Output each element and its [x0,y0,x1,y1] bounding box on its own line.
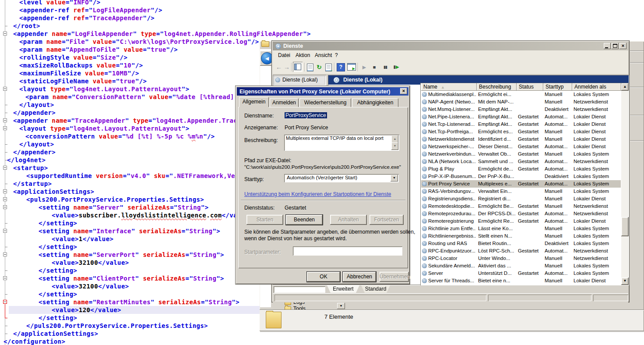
service-row[interactable]: Richtlinie zum Entfe...Lässt eine Ko...M… [421,225,621,232]
cell-starttyp: Manuell [545,203,571,210]
scrollbar-down-icon[interactable]: ▼ [621,277,629,285]
service-row[interactable]: Netzwerkverbindun...Verwaltet Ob...Gesta… [421,150,621,158]
tab-allgemein[interactable]: Allgemein [239,97,269,107]
fold-collapse-icon[interactable] [3,166,7,170]
scrollbar-thumb[interactable] [621,217,629,236]
service-gear-icon [422,137,427,142]
services-title-bar[interactable]: Dienste × [273,42,628,50]
fold-collapse-icon[interactable] [3,118,7,122]
cell-beschreibung: Ermöglicht ei... [478,91,515,98]
export-list-icon[interactable]: → [325,64,332,71]
service-row[interactable]: Net.Msmq-Listener...Empfängt Akt...Deakt… [421,106,621,113]
dialog-title-bar[interactable]: Eigenschaften von Port Proxy Service (Lo… [237,87,408,96]
fold-collapse-icon[interactable] [3,276,7,280]
service-row[interactable]: NAP-Agent (Netwo...Mit dem NAP-...Manuel… [421,98,621,106]
restart-service-icon[interactable]: ▮▶ [392,63,401,71]
service-row[interactable]: Sekundäre Anmeld...Aktiviert das ...Manu… [421,262,621,270]
cell-anmelden-als: Lokales System [574,270,619,277]
tab-standard[interactable]: Standard [361,285,390,293]
service-row[interactable]: Richtlinienergebniss...Stellt einen N...… [421,232,621,240]
properties-icon[interactable] [307,64,313,71]
menu-hilfe[interactable]: ? [335,52,338,58]
scope-item-dienste-lokal[interactable]: Dienste (Lokal) [274,76,325,85]
fold-collapse-icon[interactable] [3,126,7,130]
ok-button[interactable]: OK [307,272,340,282]
column-header-anmelden-als[interactable]: Anmelden als [572,83,621,91]
combo-dropdown-icon[interactable]: ▼ [337,303,345,309]
fold-collapse-icon[interactable] [3,197,7,201]
column-header-name[interactable]: Name▲ [421,83,477,91]
status-segment [274,295,486,301]
fold-collapse-icon[interactable] [3,189,7,193]
start-service-icon[interactable]: ▶ [360,63,369,71]
cell-beschreibung: Ermöglicht Be... [478,203,515,210]
service-row[interactable]: PnP-X-IP-Busenum...Der PnP-X-Bu...Deakti… [421,173,621,180]
service-row[interactable]: Net.Pipe-Listenera...Empfängt Akt...Gest… [421,113,621,121]
tab-wiederherstellung[interactable]: Wiederherstellung [299,98,351,107]
refresh-icon[interactable]: ↻ [315,63,324,71]
fold-collapse-icon[interactable] [3,32,7,36]
scrollbar-up-icon[interactable]: ▲ [621,83,629,91]
fold-end-tick [5,334,7,334]
dialog-close-icon[interactable]: × [400,88,407,94]
code-line: </layout> [19,101,54,109]
tab-erweitert[interactable]: Erweitert [327,285,359,293]
code-line: <param name="ConversionPattern" value="%… [25,93,250,101]
abbrechen-button[interactable]: Abbrechen [343,272,376,282]
column-header-status[interactable]: Status [517,83,543,91]
console-tree-toggle-icon[interactable] [293,62,303,72]
uebernehmen-button[interactable]: Übernehmen [380,272,409,282]
service-row[interactable]: RemoteregistrierungErmöglicht Re...Gesta… [421,217,621,225]
service-row[interactable]: ServerUnterstützt D...GestartetAutomat..… [421,270,621,277]
service-row[interactable]: Net.Tcp-Portfreiga...Ermöglicht es...Ges… [421,128,621,135]
tab-abhaengigkeiten[interactable]: Abhängigkeiten [352,98,398,107]
service-row[interactable]: Netzwerkspeicher-...Dieser Dienst...Gest… [421,143,621,150]
fold-end-tick [5,247,7,247]
column-header-beschreibung[interactable]: Beschreibung [477,83,517,91]
service-row[interactable]: NetzwerklistendienstIdentifiziert d...Ge… [421,135,621,143]
service-row[interactable]: Port Proxy ServiceMultiplexes e...Gestar… [421,180,621,188]
service-row[interactable]: RPC-LocatorUnter Windo...ManuellNetzwerk… [421,255,621,262]
filter-box[interactable] [274,286,325,293]
cell-beschreibung: Empfängt Akt... [478,106,515,113]
service-row[interactable]: NLA (Network Loca...Sammelt und ...Gesta… [421,158,621,165]
menu-ansicht[interactable]: Ansicht [315,52,332,58]
column-header-starttyp[interactable]: Starttyp [543,83,572,91]
fold-collapse-icon[interactable] [3,229,7,233]
cell-status [518,255,542,262]
service-row[interactable]: Net.Tcp-Listenerad...Empfängt Akt...Gest… [421,121,621,128]
forward-arrow-icon[interactable]: → [282,63,291,71]
maximize-button[interactable] [612,43,619,49]
scrollbar-track[interactable] [621,83,629,285]
cell-anmelden-als: Netzwerkdienst [574,158,619,165]
service-row[interactable]: RAS-Verbindungsv...Verwaltet Ein...Manue… [421,188,621,195]
fold-collapse-icon[interactable] [3,253,7,256]
back-arrow-icon[interactable]: ← [274,63,283,71]
status-count: 7 Elemente [324,313,353,320]
menu-datei[interactable]: Datei [278,52,290,58]
close-button[interactable]: × [619,43,626,49]
help-icon[interactable]: ? [337,63,345,71]
tab-anmelden[interactable]: Anmelden [270,98,299,107]
service-gear-icon [422,152,427,156]
pause-service-icon[interactable]: ▮▮ [381,63,390,71]
service-row[interactable]: Remotedesktopdie...Ermöglicht Be...Gesta… [421,203,621,210]
fold-collapse-icon[interactable] [3,205,7,209]
fold-end-tick [5,144,7,145]
services-gear-icon [275,78,280,82]
service-row[interactable]: Registrierungsdiens...Registriert di...M… [421,195,621,203]
service-row[interactable]: Multimediaklassenpl...Ermöglicht ei...Ma… [421,91,621,98]
code-line: </appender> [13,109,56,117]
service-row[interactable]: Server für Threads...Bietet eine n...Man… [421,277,621,285]
cell-status: Gestartet [518,158,542,165]
stop-service-icon[interactable]: ■ [370,63,379,71]
menu-aktion[interactable]: Aktion [296,52,310,58]
service-row[interactable]: Plug & PlayErmöglicht de...GestartetAuto… [421,165,621,173]
service-row[interactable]: Routing und RASBietet Routin...Deaktivie… [421,240,621,247]
fold-collapse-icon[interactable] [3,87,7,91]
minimize-button[interactable] [604,43,611,49]
service-row[interactable]: Remoteprozedurau...Der RPCSS-Di...Gestar… [421,210,621,217]
service-row[interactable]: RPC-Endpunktzuor...Löst RPC-Sch...Gestar… [421,247,621,255]
show-window-icon[interactable] [347,63,356,71]
fold-collapse-icon[interactable] [3,300,7,304]
